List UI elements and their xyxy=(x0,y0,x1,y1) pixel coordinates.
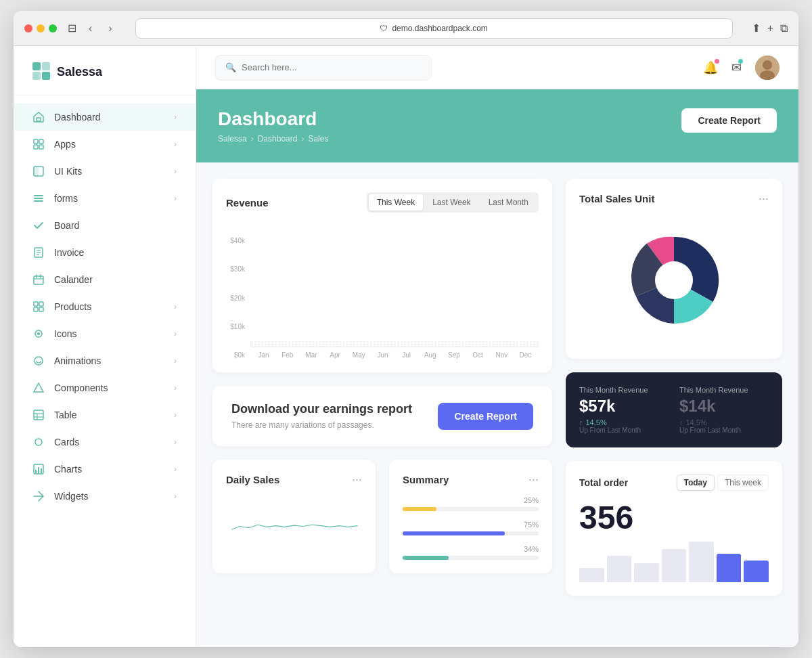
sidebar-item-forms[interactable]: forms › xyxy=(14,185,196,212)
svg-rect-10 xyxy=(34,167,39,176)
svg-rect-37 xyxy=(38,467,39,473)
sidebar-item-charts[interactable]: Charts › xyxy=(14,456,196,483)
stat-percent-2: 14.5% xyxy=(686,418,707,426)
chevron-components: › xyxy=(174,383,177,393)
nav-item-left-board: Board xyxy=(32,219,79,232)
stat-percent-1: 14.5% xyxy=(586,418,607,426)
daily-sales-more-btn[interactable]: ··· xyxy=(352,473,362,485)
sidebar-item-cards[interactable]: Cards › xyxy=(14,429,196,456)
tab-last-week[interactable]: Last Week xyxy=(424,194,478,211)
share-btn[interactable]: ⬆ xyxy=(752,22,761,35)
bars-container xyxy=(250,341,539,347)
svg-rect-6 xyxy=(39,139,43,144)
earnings-report-btn[interactable]: Create Report xyxy=(438,403,533,430)
svg-rect-1 xyxy=(42,62,50,70)
logo-icon xyxy=(32,62,51,81)
notification-dot xyxy=(715,59,719,64)
nav-item-left-widgets: Widgets xyxy=(32,490,89,502)
sidebar-item-board[interactable]: Board xyxy=(14,212,196,239)
messages-btn[interactable]: ✉ xyxy=(731,60,742,75)
stat-up-1: ↑ 14.5% xyxy=(579,418,669,426)
home-icon xyxy=(32,111,45,123)
summary-header: Summary ··· xyxy=(403,473,539,485)
x-label-Nov: Nov xyxy=(491,351,512,359)
svg-rect-2 xyxy=(32,72,41,80)
chevron-cards: › xyxy=(174,437,177,447)
sidebar-item-calander[interactable]: Calander xyxy=(14,266,196,293)
sidebar-item-products[interactable]: Products › xyxy=(14,293,196,320)
sidebar-item-dashboard[interactable]: Dashboard › xyxy=(14,104,196,131)
svg-point-42 xyxy=(655,261,693,299)
chevron-widgets: › xyxy=(174,491,177,501)
address-bar[interactable]: 🛡 demo.dashboardpack.com xyxy=(135,18,733,39)
summary-percent-1: 75% xyxy=(524,521,539,529)
svg-point-27 xyxy=(37,332,40,335)
sidebar-item-apps[interactable]: Apps › xyxy=(14,131,196,158)
sidebar-item-table[interactable]: Table › xyxy=(14,401,196,429)
summary-bar-header-1: 75% xyxy=(403,521,539,529)
svg-rect-8 xyxy=(39,145,43,149)
left-column: Revenue This Week Last Week Last Month $… xyxy=(212,179,552,596)
dashboard-grid: Revenue This Week Last Week Last Month $… xyxy=(196,162,798,612)
summary-item-2: 34% xyxy=(403,545,539,560)
summary-title: Summary xyxy=(403,474,449,485)
sidebar-item-invoice[interactable]: Invoice xyxy=(14,239,196,266)
summary-percent-0: 25% xyxy=(524,496,539,504)
sidebar-toggle-btn[interactable]: ⊟ xyxy=(68,22,76,35)
svg-rect-36 xyxy=(35,470,37,473)
sidebar-item-icons[interactable]: Icons › xyxy=(14,320,196,347)
duplicate-btn[interactable]: ⧉ xyxy=(780,22,788,35)
total-sales-more-btn[interactable]: ··· xyxy=(759,192,769,204)
forward-btn[interactable]: › xyxy=(104,21,116,36)
notification-btn[interactable]: 🔔 xyxy=(703,60,718,75)
svg-marker-29 xyxy=(34,383,43,392)
stat-value-1: $57k xyxy=(579,397,669,416)
minimize-dot[interactable] xyxy=(37,24,45,32)
svg-rect-4 xyxy=(37,118,41,121)
x-label-Feb: Feb xyxy=(277,351,298,359)
dashboard-area: Dashboard Salessa › Dashboard › Sales Cr… xyxy=(196,89,798,647)
order-tab-today[interactable]: Today xyxy=(677,475,715,491)
fullscreen-dot[interactable] xyxy=(49,24,57,32)
chevron-forms: › xyxy=(174,194,177,203)
summary-fill-1 xyxy=(403,531,505,535)
browser-window: ⊟ ‹ › 🛡 demo.dashboardpack.com ⬆ + ⧉ Sal… xyxy=(14,11,798,647)
back-btn[interactable]: ‹ xyxy=(85,21,96,36)
tab-this-week[interactable]: This Week xyxy=(369,194,423,211)
svg-rect-25 xyxy=(39,307,43,311)
sidebar-label-icons: Icons xyxy=(54,328,76,339)
close-dot[interactable] xyxy=(24,24,32,32)
create-report-button[interactable]: Create Report xyxy=(681,108,777,133)
breadcrumb: Salessa › Dashboard › Sales xyxy=(218,134,328,144)
sidebar-item-animations[interactable]: Animations › xyxy=(14,347,196,374)
chevron-uikits: › xyxy=(174,167,177,176)
y-label-0k: $0k xyxy=(226,351,245,359)
x-label-Mar: Mar xyxy=(300,351,321,359)
order-bar-1 xyxy=(607,556,632,582)
chevron-dashboard: › xyxy=(174,112,177,122)
svg-rect-22 xyxy=(34,302,38,306)
new-tab-btn[interactable]: + xyxy=(767,22,773,35)
summary-fill-0 xyxy=(403,507,436,511)
search-bar-container[interactable]: 🔍 xyxy=(215,55,432,81)
chevron-charts: › xyxy=(174,464,177,474)
sidebar-label-table: Table xyxy=(54,410,76,420)
breadcrumb-salessa: Salessa xyxy=(218,134,247,144)
revenue-card-header: Revenue This Week Last Week Last Month xyxy=(226,192,539,213)
avatar[interactable] xyxy=(755,56,780,80)
icons-icon xyxy=(32,328,45,340)
tab-last-month[interactable]: Last Month xyxy=(480,194,537,211)
sidebar-item-widgets[interactable]: Widgets › xyxy=(14,483,196,510)
charts-icon xyxy=(32,463,45,475)
search-icon: 🔍 xyxy=(225,62,236,72)
order-tab-week[interactable]: This week xyxy=(717,475,769,491)
stat-label-1: This Month Revenue xyxy=(579,386,669,394)
sidebar-item-components[interactable]: Components › xyxy=(14,374,196,401)
products-icon xyxy=(32,301,45,313)
nav-item-left-table: Table xyxy=(32,409,76,421)
chart-bars-wrapper: JanFebMarAprMayJunJulAugSepOctNovDec xyxy=(250,341,539,359)
search-input[interactable] xyxy=(242,62,422,72)
sidebar-item-uikits[interactable]: UI Kits › xyxy=(14,158,196,185)
daily-sales-card: Daily Sales ··· xyxy=(212,460,376,573)
summary-more-btn[interactable]: ··· xyxy=(528,473,539,485)
